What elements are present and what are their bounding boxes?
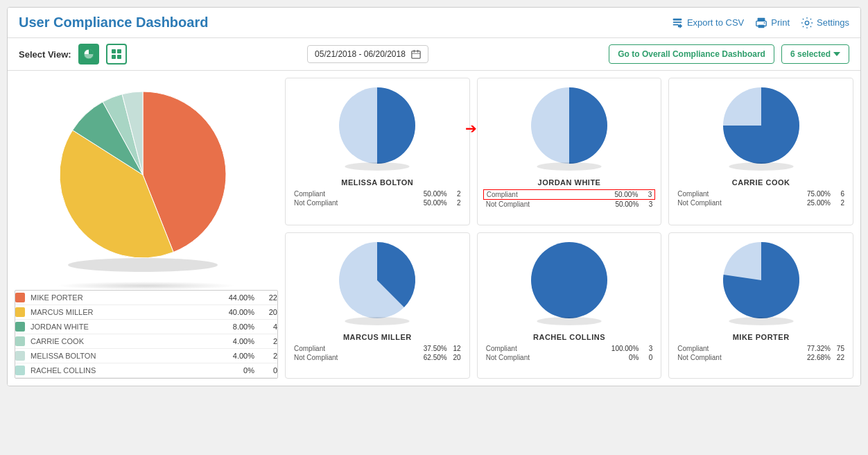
svg-rect-2 — [673, 24, 679, 25]
date-range-picker[interactable]: 05/21/2018 - 06/20/2018 — [307, 45, 428, 63]
svg-point-8 — [805, 21, 808, 24]
legend-item: RACHEL COLLINS 0% 0 — [15, 363, 277, 378]
user-stats: Compliant 75.00% 6 Not Compliant 25.00% … — [675, 189, 847, 207]
highlight-arrow: ➔ — [465, 120, 477, 137]
svg-point-20 — [345, 162, 410, 171]
legend-item-pct: 4.00% — [220, 337, 254, 345]
chart-icon — [83, 49, 94, 60]
not-compliant-count: 22 — [831, 354, 844, 361]
legend-color-swatch — [15, 307, 25, 317]
svg-rect-1 — [673, 22, 682, 23]
svg-point-18 — [68, 258, 218, 272]
legend-color-swatch — [15, 293, 25, 302]
toolbar: Select View: 05/21/2018 - 06/20/20 — [8, 38, 860, 71]
export-icon — [671, 17, 684, 29]
chart-view-button[interactable] — [78, 44, 99, 65]
not-compliant-pct: 50.00% — [411, 199, 447, 207]
compliant-pct: 100.00% — [602, 345, 639, 352]
user-stats: Compliant 50.00% 2 Not Compliant 50.00% … — [291, 189, 464, 207]
user-card-name: CARRIE COOK — [732, 178, 790, 187]
legend-item-count: 4 — [260, 323, 277, 331]
user-pie-jordan-white — [524, 84, 614, 174]
legend-color-swatch — [15, 351, 25, 361]
not-compliant-stat-row: Not Compliant 50.00% 3 — [483, 200, 656, 209]
settings-button[interactable]: Settings — [801, 17, 849, 29]
legend-scroll[interactable]: MIKE PORTER 44.00% 22 MARCUS MILLER 40.0… — [15, 290, 278, 379]
user-card-marcus-miller: MARCUS MILLER Compliant 37.50% 12 Not Co… — [285, 232, 470, 379]
legend-item: MIKE PORTER 44.00% 22 — [15, 291, 277, 305]
not-compliant-label: Not Compliant — [486, 354, 603, 361]
user-card-name: MARCUS MILLER — [343, 333, 412, 341]
svg-point-27 — [531, 242, 607, 318]
legend-item-name: MIKE PORTER — [31, 293, 214, 302]
header-actions: Export to CSV Print Settings — [671, 17, 849, 29]
compliant-pct: 50.00% — [411, 190, 447, 198]
not-compliant-pct: 25.00% — [795, 199, 831, 207]
print-button[interactable]: Print — [755, 17, 790, 29]
compliant-count: 3 — [639, 345, 652, 352]
not-compliant-label: Not Compliant — [294, 354, 411, 361]
settings-icon — [801, 17, 813, 29]
compliant-label: Compliant — [294, 345, 411, 352]
not-compliant-label: Not Compliant — [677, 199, 795, 207]
compliant-stat-row: Compliant 37.50% 12 — [291, 344, 464, 353]
legend-item-pct: 44.00% — [220, 293, 254, 302]
legend-item-name: MELISSA BOLTON — [31, 352, 214, 360]
user-pie-carrie-cook — [716, 84, 806, 174]
print-icon — [755, 17, 767, 29]
user-card-name: JORDAN WHITE — [538, 178, 601, 187]
legend-item: MELISSA BOLTON 4.00% 2 — [15, 349, 277, 363]
compliant-pct: 77.32% — [795, 345, 831, 352]
grid-view-button[interactable] — [106, 44, 127, 65]
svg-rect-0 — [673, 18, 682, 20]
print-label: Print — [771, 17, 790, 28]
not-compliant-count: 2 — [447, 199, 461, 207]
legend-item-count: 20 — [260, 308, 277, 316]
svg-point-22 — [537, 162, 602, 171]
goto-compliance-dashboard-button[interactable]: Go to Overall Compliance Dashboard — [609, 44, 774, 64]
legend-item-count: 0 — [260, 366, 277, 375]
user-stats: Compliant 37.50% 12 Not Compliant 62.50%… — [291, 344, 464, 362]
user-pie-mike-porter — [716, 239, 806, 329]
compliant-stat-row: Compliant 75.00% 6 — [675, 189, 847, 198]
legend-color-swatch — [15, 366, 25, 375]
right-panel: MELISSA BOLTON Compliant 50.00% 2 Not Co… — [278, 78, 853, 379]
compliant-stat-row: Compliant 100.00% 3 — [483, 344, 656, 353]
not-compliant-stat-row: Not Compliant 50.00% 2 — [291, 198, 464, 207]
svg-point-7 — [764, 22, 765, 24]
selected-dropdown-button[interactable]: 6 selected — [781, 44, 849, 64]
compliant-pct: 37.50% — [411, 345, 447, 352]
not-compliant-pct: 22.68% — [795, 354, 831, 361]
not-compliant-pct: 0% — [602, 354, 639, 361]
grid-icon — [111, 49, 122, 60]
user-card-name: RACHEL COLLINS — [533, 333, 605, 341]
big-pie-chart — [35, 78, 257, 286]
not-compliant-stat-row: Not Compliant 0% 0 — [483, 353, 656, 362]
not-compliant-stat-row: Not Compliant 62.50% 20 — [291, 353, 464, 362]
not-compliant-count: 0 — [639, 354, 652, 361]
legend-item-count: 2 — [260, 352, 277, 360]
compliant-pct: 50.00% — [602, 191, 638, 198]
export-csv-button[interactable]: Export to CSV — [671, 17, 744, 29]
legend-item: MARCUS MILLER 40.00% 20 — [15, 305, 277, 320]
legend-color-swatch — [15, 336, 25, 346]
svg-point-26 — [345, 317, 410, 325]
not-compliant-pct: 62.50% — [411, 354, 447, 361]
svg-marker-3 — [678, 23, 682, 28]
legend-item-count: 22 — [260, 293, 277, 302]
left-panel: MIKE PORTER 44.00% 22 MARCUS MILLER 40.0… — [15, 78, 278, 379]
toolbar-left: Select View: — [19, 44, 127, 65]
compliant-label: Compliant — [487, 191, 602, 198]
user-card-rachel-collins: RACHEL COLLINS Compliant 100.00% 3 Not C… — [477, 232, 662, 379]
svg-rect-12 — [112, 55, 116, 59]
main-content: MIKE PORTER 44.00% 22 MARCUS MILLER 40.0… — [8, 71, 860, 386]
user-card-name: MELISSA BOLTON — [341, 178, 413, 187]
not-compliant-count: 20 — [447, 354, 461, 361]
svg-point-28 — [537, 317, 602, 325]
not-compliant-label: Not Compliant — [677, 354, 795, 361]
calendar-icon — [411, 49, 421, 59]
legend-item-pct: 8.00% — [220, 323, 254, 331]
svg-rect-6 — [758, 24, 765, 28]
legend-item-pct: 40.00% — [220, 308, 254, 316]
compliant-count: 6 — [831, 190, 844, 198]
